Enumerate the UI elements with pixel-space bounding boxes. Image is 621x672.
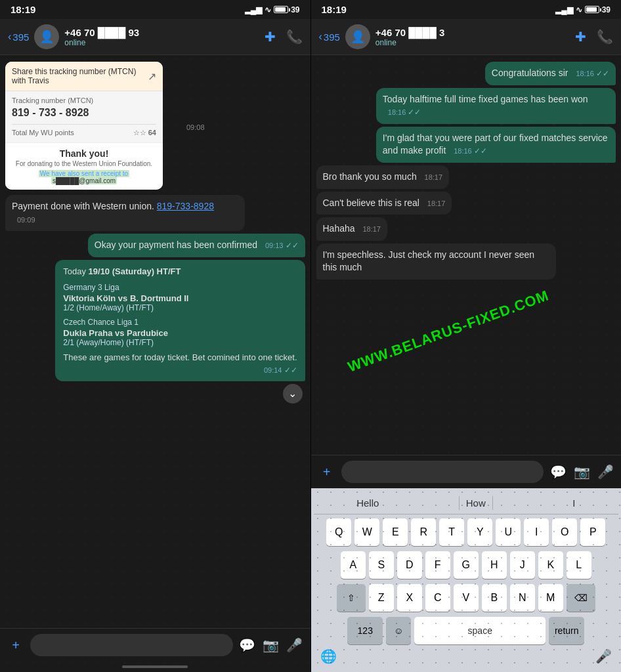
key-e[interactable]: E: [383, 518, 408, 546]
wu-email-line: We have also sent a receipt to s█████@gm…: [12, 170, 156, 184]
key-l[interactable]: L: [567, 551, 591, 579]
right-sticker-icon[interactable]: 💬: [549, 463, 567, 481]
key-y[interactable]: Y: [467, 518, 492, 546]
glad-time: 18:16 ✓✓: [454, 146, 487, 157]
right-add-button[interactable]: +: [318, 463, 336, 481]
matches-time: 09:14 ✓✓: [264, 366, 297, 375]
right-message-input[interactable]: [341, 461, 544, 483]
congrats-time: 18:16 ✓✓: [576, 68, 609, 79]
signal-icon: ▂▄▆: [245, 5, 263, 14]
left-sticker-icon[interactable]: 💬: [238, 636, 257, 654]
hahaha-bubble: Hahaha 18:17: [316, 217, 387, 241]
key-u[interactable]: U: [496, 518, 521, 546]
right-contact-info: +46 70 ████ 3 online: [375, 27, 570, 47]
left-back-button[interactable]: ‹ 395: [8, 31, 29, 43]
key-g[interactable]: G: [454, 551, 479, 579]
payment-done-time: 09:09: [17, 215, 35, 225]
key-123[interactable]: 123: [347, 617, 383, 644]
right-back-count: 395: [324, 32, 340, 43]
key-backspace[interactable]: ⌫: [567, 584, 595, 612]
right-msg-speechless: I'm speechless. Just check my account I …: [316, 243, 616, 280]
scroll-down-button[interactable]: ⌄: [283, 384, 303, 404]
key-b[interactable]: B: [482, 584, 507, 612]
matches-date-line: Today 19/10 (Saturday) HT/FT: [63, 266, 297, 276]
wu-tracking-number: 819 - 733 - 8928: [12, 107, 156, 119]
left-header-actions: ✚ 📞: [265, 29, 303, 45]
cantbelieve-time: 18:17: [427, 199, 446, 209]
left-input-bar: + 💬 📷 🎤: [0, 628, 310, 662]
left-mic-button[interactable]: 🎤: [286, 636, 304, 654]
wifi-icon: ∿: [265, 5, 271, 14]
wu-tracking-label: Tracking number (MTCN): [12, 96, 156, 104]
right-wifi-icon: ∿: [576, 5, 582, 14]
left-msg-payment-confirmed: Okay your payment has been confirmed 09:…: [5, 234, 305, 257]
left-message-input[interactable]: [30, 634, 233, 656]
right-add-contact-icon[interactable]: ✚: [575, 29, 586, 45]
left-phone-panel: 18:19 ▂▄▆ ∿ 39 ‹ 395 👤 +46 70 ████ 93 on…: [0, 0, 310, 672]
key-q[interactable]: Q: [326, 518, 351, 546]
match-1: Germany 3 Liga Viktoria Köln vs B. Dortm…: [63, 283, 297, 312]
key-j[interactable]: J: [510, 551, 535, 579]
today-halftime-bubble: Today halftime full time fixed games has…: [376, 88, 616, 124]
right-mic-button[interactable]: 🎤: [596, 463, 614, 481]
payment-confirmed-time: 09:13 ✓✓: [265, 240, 299, 251]
wu-thankyou-sub: For donating to the Western Union Founda…: [12, 160, 156, 167]
key-shift[interactable]: ⇧: [337, 584, 366, 612]
key-m[interactable]: M: [538, 584, 563, 612]
today-halftime-time: 18:16 ✓✓: [388, 107, 421, 118]
left-back-count: 395: [12, 32, 29, 43]
key-h[interactable]: H: [482, 551, 507, 579]
key-o[interactable]: O: [552, 518, 577, 546]
key-d[interactable]: D: [397, 551, 422, 579]
suggestion-how[interactable]: How: [459, 496, 493, 510]
key-return[interactable]: return: [549, 617, 584, 644]
left-chat-header: ‹ 395 👤 +46 70 ████ 93 online ✚ 📞: [0, 19, 310, 55]
key-emoji[interactable]: ☺: [386, 617, 411, 644]
suggestion-i[interactable]: I: [566, 496, 582, 510]
wu-thankyou-section: Thank you! For donating to the Western U…: [5, 142, 163, 190]
key-s[interactable]: S: [369, 551, 394, 579]
match-2-result: 2/1 (Away/Home) (HT/FT): [63, 338, 297, 347]
key-p[interactable]: P: [580, 518, 605, 546]
left-add-button[interactable]: +: [7, 636, 25, 654]
right-battery-pct: 39: [602, 5, 610, 14]
right-msg-cantbelieve: Can't believe this is real 18:17: [316, 192, 616, 215]
wu-share-icon[interactable]: ↗: [148, 70, 156, 83]
key-n[interactable]: N: [510, 584, 535, 612]
key-r[interactable]: R: [411, 518, 436, 546]
key-f[interactable]: F: [425, 551, 450, 579]
key-t[interactable]: T: [439, 518, 464, 546]
battery-icon: [274, 6, 288, 13]
keyboard-globe-mic-row: 🌐 🎤: [314, 644, 619, 668]
key-c[interactable]: C: [425, 584, 450, 612]
key-w[interactable]: W: [354, 518, 379, 546]
wu-email-prefix: We have also sent a receipt to: [39, 170, 129, 177]
match-2: Czech Chance Liga 1 Dukla Praha vs Pardu…: [63, 318, 297, 347]
key-space[interactable]: space: [414, 617, 546, 644]
hahaha-time: 18:17: [362, 224, 381, 234]
keyboard-row-4: 123 ☺ space return: [314, 617, 619, 644]
payment-link[interactable]: 819-733-8928: [157, 201, 214, 211]
cantbelieve-bubble: Can't believe this is real 18:17: [316, 192, 452, 215]
left-call-icon[interactable]: 📞: [286, 29, 303, 45]
right-call-icon[interactable]: 📞: [597, 29, 613, 45]
key-i[interactable]: I: [524, 518, 549, 546]
suggestion-hello[interactable]: Hello: [350, 496, 385, 510]
thankyou-bubble: Bro thank you so much 18:17: [316, 165, 450, 189]
globe-icon[interactable]: 🌐: [320, 648, 337, 664]
right-camera-icon[interactable]: 📷: [572, 463, 591, 481]
key-z[interactable]: Z: [369, 584, 394, 612]
right-signal-icon: ▂▄▆: [555, 5, 573, 14]
matches-bubble: Today 19/10 (Saturday) HT/FT Germany 3 L…: [55, 260, 305, 381]
key-v[interactable]: V: [454, 584, 479, 612]
key-k[interactable]: K: [538, 551, 563, 579]
wu-card-time: 09:08: [186, 123, 205, 131]
keyboard-mic-icon[interactable]: 🎤: [595, 648, 612, 664]
left-camera-icon[interactable]: 📷: [262, 636, 280, 654]
left-add-contact-icon[interactable]: ✚: [265, 29, 276, 45]
key-x[interactable]: X: [397, 584, 422, 612]
match-2-league: Czech Chance Liga 1: [63, 318, 297, 327]
key-a[interactable]: A: [341, 551, 366, 579]
right-input-bar: + 💬 📷 🎤: [311, 455, 622, 488]
right-back-button[interactable]: ‹ 395: [319, 31, 340, 43]
